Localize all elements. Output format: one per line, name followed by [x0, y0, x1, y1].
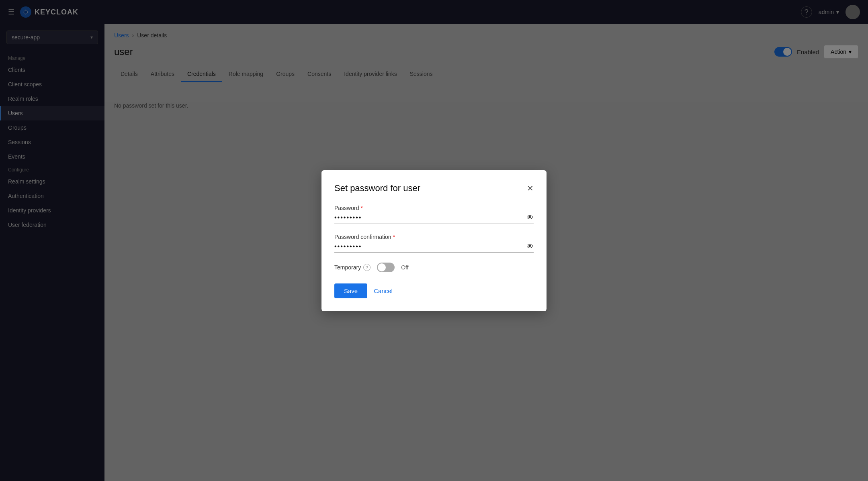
- temporary-toggle[interactable]: [377, 263, 395, 272]
- password-label: Password *: [334, 205, 534, 211]
- modal-header: Set password for user ✕: [334, 183, 534, 194]
- modal-title: Set password for user: [334, 183, 420, 194]
- password-input[interactable]: [334, 214, 526, 221]
- password-confirm-label: Password confirmation *: [334, 234, 534, 240]
- password-field-group: Password * 👁: [334, 205, 534, 224]
- temporary-label: Temporary: [334, 264, 361, 271]
- password-toggle-visibility-icon[interactable]: 👁: [526, 214, 534, 222]
- temporary-help-icon[interactable]: ?: [363, 264, 371, 271]
- cancel-button[interactable]: Cancel: [374, 287, 393, 294]
- set-password-modal: Set password for user ✕ Password * 👁 Pas…: [321, 170, 547, 311]
- temporary-row: Temporary ? Off: [334, 263, 534, 272]
- password-confirm-input-wrapper: 👁: [334, 243, 534, 253]
- password-confirm-field-group: Password confirmation * 👁: [334, 234, 534, 253]
- password-confirm-required-indicator: *: [393, 234, 395, 240]
- modal-close-button[interactable]: ✕: [527, 184, 534, 192]
- password-required-indicator: *: [360, 205, 362, 211]
- modal-overlay[interactable]: Set password for user ✕ Password * 👁 Pas…: [0, 0, 868, 481]
- modal-actions: Save Cancel: [334, 283, 534, 298]
- temporary-label-wrap: Temporary ?: [334, 264, 371, 271]
- password-confirm-input[interactable]: [334, 243, 526, 250]
- save-button[interactable]: Save: [334, 283, 367, 298]
- password-input-wrapper: 👁: [334, 214, 534, 224]
- password-confirm-toggle-visibility-icon[interactable]: 👁: [526, 243, 534, 251]
- temporary-state-label: Off: [401, 264, 408, 271]
